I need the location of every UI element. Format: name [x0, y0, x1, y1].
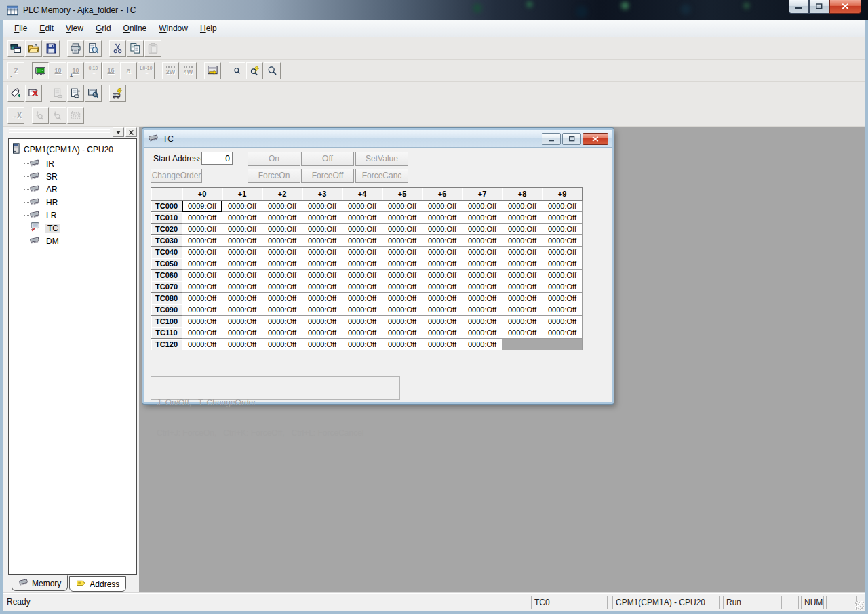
memory-cell[interactable]: 0000:Off — [222, 224, 262, 235]
memory-cell[interactable]: 0000:Off — [302, 235, 342, 247]
row-header[interactable]: TC090 — [151, 304, 182, 316]
tree-item-sr[interactable]: SR — [18, 170, 136, 183]
memory-cell[interactable]: 0000:Off — [222, 247, 262, 258]
tc-restore-button[interactable] — [562, 133, 581, 145]
menu-grid[interactable]: Grid — [90, 21, 117, 36]
memory-cell[interactable]: 0000:Off — [342, 281, 382, 293]
cascade-windows-icon[interactable] — [7, 40, 24, 57]
memory-cell[interactable]: 0000:Off — [262, 212, 302, 224]
memory-cell[interactable]: 0000:Off — [302, 339, 342, 350]
memory-cell[interactable]: 0000:Off — [262, 247, 302, 258]
memory-cell[interactable]: 0000:Off — [382, 304, 422, 316]
memory-cell[interactable]: 0000:Off — [382, 316, 422, 327]
memory-cell[interactable]: 0000:Off — [302, 270, 342, 281]
memory-cell[interactable]: 0000:Off — [182, 293, 222, 304]
row-header[interactable]: TC000 — [151, 201, 182, 212]
memory-cell[interactable]: 0000:Off — [262, 281, 302, 293]
memory-cell[interactable]: 0000:Off — [422, 304, 462, 316]
memory-cell[interactable]: 0000:Off — [182, 235, 222, 247]
monitor-grid-icon[interactable] — [204, 62, 221, 79]
memory-cell[interactable]: 0000:Off — [422, 247, 462, 258]
memory-cell[interactable]: 0000:Off — [342, 339, 382, 350]
memory-cell[interactable]: 0000:Off — [542, 316, 583, 327]
row-header[interactable]: TC040 — [151, 247, 182, 258]
memory-cell[interactable]: 0000:Off — [542, 304, 583, 316]
cut-icon[interactable] — [109, 40, 126, 57]
memory-cell[interactable]: 0000:Off — [302, 212, 342, 224]
column-header[interactable]: +8 — [502, 188, 542, 201]
memory-cell[interactable]: 0000:Off — [262, 224, 302, 235]
monitor-watch-icon[interactable] — [85, 85, 102, 102]
memory-cell[interactable]: 0000:Off — [382, 258, 422, 270]
monitor-chip-icon[interactable] — [32, 62, 49, 79]
memory-cell[interactable]: 0000:Off — [342, 293, 382, 304]
tab-address[interactable]: Address — [69, 576, 126, 592]
memory-cell[interactable]: 0000:Off — [542, 201, 583, 212]
memory-cell[interactable]: 0000:Off — [542, 293, 583, 304]
print-icon[interactable] — [67, 40, 84, 57]
memory-cell[interactable]: 0000:Off — [502, 247, 542, 258]
memory-cell[interactable]: 0000:Off — [222, 281, 262, 293]
memory-cell[interactable]: 0000:Off — [342, 212, 382, 224]
memory-cell[interactable]: 0000:Off — [422, 316, 462, 327]
print-preview-icon[interactable] — [85, 40, 102, 57]
memory-cell[interactable]: 0000:Off — [342, 258, 382, 270]
memory-cell[interactable]: 0000:Off — [542, 235, 583, 247]
column-header[interactable]: +5 — [382, 188, 422, 201]
memory-cell[interactable]: 0000:Off — [262, 258, 302, 270]
memory-cell[interactable]: 0000:Off — [262, 201, 302, 212]
memory-cell[interactable]: 0000:Off — [422, 293, 462, 304]
memory-cell[interactable]: 0000:Off — [542, 212, 583, 224]
memory-cell[interactable]: 0000:Off — [182, 281, 222, 293]
memory-cell[interactable]: 0000:Off — [302, 316, 342, 327]
tree-item-ar[interactable]: AR — [18, 183, 136, 196]
memory-cell[interactable]: 0000:Off — [462, 201, 502, 212]
open-folder-icon[interactable] — [25, 40, 42, 57]
tab-memory[interactable]: Memory — [12, 575, 68, 591]
column-header[interactable]: +9 — [542, 188, 583, 201]
restore-button[interactable] — [809, 0, 829, 14]
column-header[interactable]: +7 — [462, 188, 502, 201]
memory-cell[interactable]: 0000:Off — [462, 235, 502, 247]
memory-cell[interactable]: 0000:Off — [502, 316, 542, 327]
row-header[interactable]: TC120 — [151, 339, 182, 350]
copy-icon[interactable] — [127, 40, 144, 57]
column-header[interactable]: +2 — [262, 188, 302, 201]
column-header[interactable]: +4 — [342, 188, 382, 201]
memory-cell[interactable]: 0000:Off — [462, 304, 502, 316]
memory-cell[interactable]: 0000:Off — [542, 270, 583, 281]
memory-cell[interactable]: 0000:Off — [502, 304, 542, 316]
tree-root-cpm1[interactable]: CPM1(CPM1A) - CPU20 — [9, 142, 136, 157]
memory-cell[interactable]: 0000:Off — [302, 258, 342, 270]
memory-cell[interactable]: 0000:Off — [222, 270, 262, 281]
memory-cell[interactable]: 0000:Off — [182, 212, 222, 224]
row-header[interactable]: TC100 — [151, 316, 182, 327]
memory-cell[interactable]: 0000:Off — [422, 270, 462, 281]
memory-cell[interactable]: 0000:Off — [502, 235, 542, 247]
memory-cell[interactable]: 0000:Off — [222, 339, 262, 350]
memory-cell[interactable]: 0000:Off — [422, 339, 462, 350]
memory-cell[interactable]: 0000:Off — [222, 235, 262, 247]
memory-cell[interactable]: 0000:Off — [462, 281, 502, 293]
fill-data-icon[interactable] — [7, 85, 24, 102]
menu-view[interactable]: View — [60, 21, 90, 36]
save-icon[interactable] — [43, 40, 60, 57]
memory-cell[interactable]: 0000:Off — [262, 270, 302, 281]
row-header[interactable]: TC030 — [151, 235, 182, 247]
memory-cell[interactable]: 0000:Off — [382, 327, 422, 339]
memory-cell[interactable]: 0000:Off — [382, 247, 422, 258]
menu-window[interactable]: Window — [153, 21, 194, 36]
zoom-in-icon[interactable] — [264, 62, 281, 79]
memory-cell[interactable]: 0000:Off — [182, 258, 222, 270]
memory-cell[interactable]: 0000:Off — [222, 258, 262, 270]
tree-item-hr[interactable]: HR — [18, 196, 136, 209]
dock-dropdown-button[interactable] — [113, 127, 124, 137]
memory-cell[interactable]: 0000:Off — [182, 327, 222, 339]
memory-cell[interactable]: 0000:Off — [502, 281, 542, 293]
dock-grip[interactable] — [9, 129, 110, 135]
memory-cell[interactable]: 0000:Off — [462, 293, 502, 304]
memory-cell[interactable]: 0000:Off — [342, 201, 382, 212]
row-header[interactable]: TC050 — [151, 258, 182, 270]
tree-item-ir[interactable]: IR — [18, 157, 136, 170]
memory-cell[interactable]: 0000:Off — [542, 281, 583, 293]
